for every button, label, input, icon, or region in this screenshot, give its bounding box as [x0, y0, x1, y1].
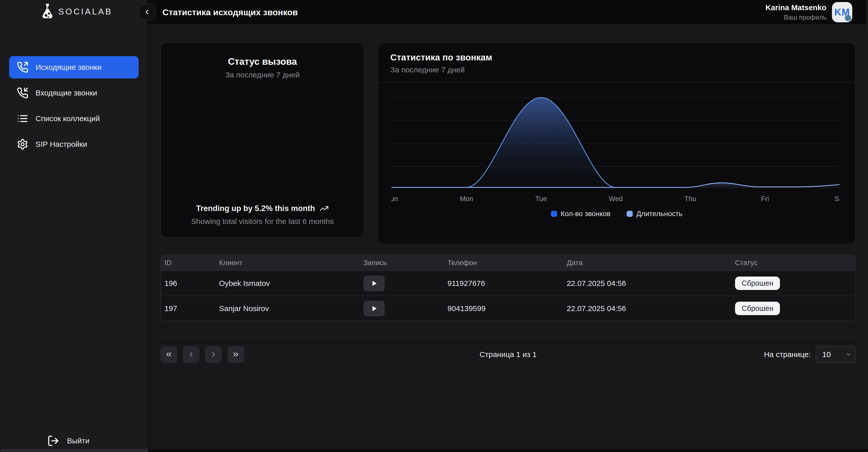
- trending-text: Trending up by 5.2% this month: [196, 204, 315, 213]
- x-tick-sat: Sat: [835, 195, 840, 203]
- calls-table: ID Клиент Запись Телефон Дата Статус 196…: [160, 255, 856, 321]
- x-tick-sun: Sun: [391, 195, 398, 203]
- header: Статистика исходящих звонков Karina Mats…: [147, 0, 868, 24]
- x-tick-wed: Wed: [609, 195, 623, 203]
- cell-client: Sanjar Nosirov: [215, 304, 360, 313]
- sidebar-item-outgoing-calls[interactable]: Исходящие звонки: [9, 56, 138, 79]
- play-icon: [371, 305, 377, 312]
- app-root: SOCIALAB Исходящие звонки: [0, 0, 868, 452]
- column-header-phone: Телефон: [444, 259, 563, 267]
- avatar[interactable]: KM: [832, 2, 852, 22]
- flask-logo-icon: [41, 2, 54, 21]
- status-badge: Сброшен: [735, 302, 780, 315]
- profile-menu[interactable]: Karina Matsenko Ваш профиль KM: [766, 2, 852, 22]
- column-header-status: Статус: [732, 259, 855, 267]
- chevron-down-icon: [845, 351, 852, 358]
- chart-legend: Кол-во звонков Длительность: [378, 210, 855, 218]
- profile-texts: Karina Matsenko Ваш профиль: [766, 3, 826, 21]
- page-info: Страница 1 из 1: [160, 346, 856, 363]
- x-tick-tue: Tue: [535, 195, 547, 203]
- legend-marker-duration: [627, 211, 633, 217]
- cell-client: Oybek Ismatov: [215, 279, 360, 288]
- area-chart: [391, 83, 840, 188]
- chart-subtitle: За последние 7 дней: [390, 65, 465, 74]
- phone-incoming-icon: [17, 87, 28, 99]
- pagination: Страница 1 из 1 На странице: 10: [160, 346, 856, 363]
- column-header-client: Клиент: [215, 259, 360, 267]
- legend-item-duration: Длительность: [627, 210, 682, 218]
- per-page-select[interactable]: 10: [816, 346, 856, 363]
- chart-title: Статистика по звонкам: [390, 52, 492, 62]
- sidebar-item-collections[interactable]: Список коллекций: [9, 108, 138, 130]
- table-header-row: ID Клиент Запись Телефон Дата Статус: [161, 255, 855, 270]
- legend-marker-calls: [551, 211, 557, 217]
- phone-outgoing-icon: [17, 61, 28, 73]
- horizontal-scrollbar[interactable]: [0, 449, 868, 452]
- status-badge: Сброшен: [735, 276, 780, 290]
- x-axis: Sun Mon Tue Wed Thu Fri Sat: [391, 194, 840, 205]
- profile-subtitle: Ваш профиль: [766, 13, 826, 21]
- legend-item-calls: Кол-во звонков: [551, 210, 610, 218]
- cell-phone: 911927676: [444, 279, 563, 288]
- column-header-record: Запись: [360, 259, 444, 267]
- legend-label-duration: Длительность: [636, 210, 682, 218]
- list-icon: [17, 113, 28, 124]
- play-record-button[interactable]: [364, 301, 385, 317]
- call-statistics-card: Статистика по звонкам За последние 7 дне…: [378, 43, 856, 244]
- cell-id: 196: [161, 279, 215, 288]
- sidebar-item-sip-settings[interactable]: SIP Настройки: [9, 133, 138, 155]
- status-card-subtitle: За последние 7 дней: [161, 70, 364, 79]
- brand-logo: SOCIALAB: [41, 2, 113, 21]
- settings-icon: [17, 139, 28, 150]
- call-status-card: Статус вызова За последние 7 дней Trendi…: [160, 43, 365, 237]
- table-row: 196 Oybek Ismatov 911927676 22.07.2025 0…: [161, 270, 855, 296]
- trending-up-icon: [319, 204, 329, 213]
- pagination-divider: [160, 337, 856, 337]
- sidebar-item-label: Исходящие звонки: [35, 63, 101, 71]
- cell-date: 22.07.2025 04:56: [563, 304, 732, 313]
- table-row: 197 Sanjar Nosirov 904139599 22.07.2025 …: [161, 296, 855, 321]
- per-page-control: На странице: 10: [764, 346, 856, 363]
- vertical-scrollbar[interactable]: [866, 0, 868, 452]
- per-page-value: 10: [816, 350, 845, 359]
- main-content: Статус вызова За последние 7 дней Trendi…: [147, 24, 868, 452]
- per-page-label: На странице:: [764, 350, 811, 359]
- column-header-id: ID: [161, 259, 215, 267]
- chevron-left-icon: [143, 8, 151, 16]
- logout-button[interactable]: Выйти: [47, 432, 90, 450]
- column-header-date: Дата: [563, 259, 732, 267]
- profile-name: Karina Matsenko: [766, 3, 826, 12]
- sidebar-item-label: Список коллекций: [35, 114, 100, 123]
- cell-id: 197: [161, 304, 215, 313]
- status-card-footer: Trending up by 5.2% this month Showing t…: [161, 204, 364, 226]
- logout-icon: [47, 435, 59, 447]
- logout-label: Выйти: [67, 436, 90, 445]
- status-card-caption: Showing total visitors for the last 6 mo…: [161, 217, 364, 226]
- avatar-status-dot: [845, 15, 851, 21]
- cell-phone: 904139599: [444, 304, 563, 313]
- sidebar-item-label: SIP Настройки: [35, 140, 87, 149]
- brand-name: SOCIALAB: [58, 7, 113, 17]
- play-icon: [371, 280, 377, 287]
- page-title: Статистика исходящих звонков: [162, 0, 298, 24]
- legend-label-calls: Кол-во звонков: [561, 210, 610, 218]
- x-tick-fri: Fri: [761, 195, 769, 203]
- status-card-title: Статус вызова: [161, 56, 364, 67]
- sidebar-item-label: Входящие звонки: [35, 89, 97, 97]
- sidebar-item-incoming-calls[interactable]: Входящие звонки: [9, 82, 138, 104]
- horizontal-scrollbar-thumb[interactable]: [0, 449, 149, 452]
- cell-date: 22.07.2025 04:56: [563, 279, 732, 288]
- sidebar: SOCIALAB Исходящие звонки: [0, 0, 147, 452]
- play-record-button[interactable]: [364, 275, 385, 291]
- x-tick-thu: Thu: [684, 195, 696, 203]
- back-button[interactable]: [138, 4, 155, 20]
- x-tick-mon: Mon: [460, 195, 473, 203]
